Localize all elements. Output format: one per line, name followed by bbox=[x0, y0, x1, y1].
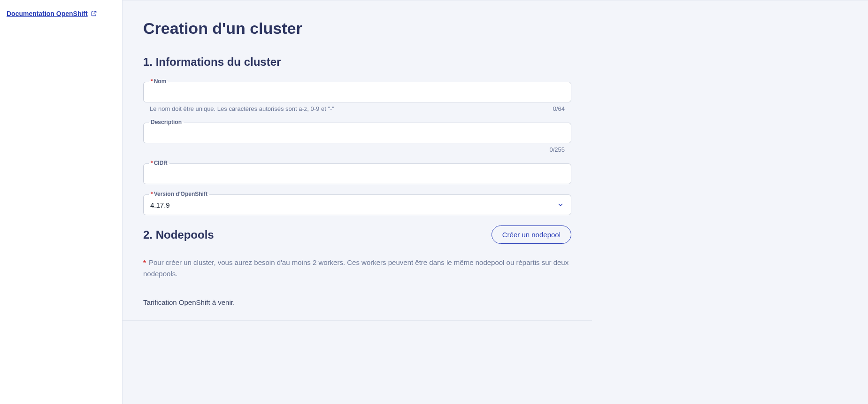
cidr-input[interactable] bbox=[143, 163, 571, 184]
field-description: Description 0/255 bbox=[143, 123, 571, 153]
name-hint: Le nom doit être unique. Les caractères … bbox=[150, 105, 553, 112]
field-version: *Version d'OpenShift 4.17.9 bbox=[143, 194, 571, 215]
doc-link-label: Documentation OpenShift bbox=[7, 10, 88, 17]
description-counter: 0/255 bbox=[549, 146, 565, 153]
field-name: *Nom Le nom doit être unique. Les caract… bbox=[143, 82, 571, 112]
section-nodepools-title: 2. Nodepools bbox=[143, 228, 214, 241]
create-nodepool-button[interactable]: Créer un nodepool bbox=[492, 225, 571, 244]
page-title: Creation d'un cluster bbox=[143, 19, 571, 38]
required-indicator: * bbox=[151, 191, 153, 197]
footer-bar bbox=[123, 320, 592, 340]
name-input[interactable] bbox=[143, 82, 571, 102]
section-cluster-info-title: 1. Informations du cluster bbox=[143, 55, 571, 69]
section-nodepools-header: 2. Nodepools Créer un nodepool bbox=[143, 225, 571, 244]
field-cidr-label: *CIDR bbox=[149, 160, 169, 166]
field-cidr: *CIDR bbox=[143, 163, 571, 184]
description-input[interactable] bbox=[143, 123, 571, 143]
sidebar: Documentation OpenShift bbox=[0, 0, 122, 404]
nodepools-info: * Pour créer un cluster, vous aurez beso… bbox=[143, 257, 571, 280]
doc-openshift-link[interactable]: Documentation OpenShift bbox=[7, 10, 97, 17]
required-indicator: * bbox=[143, 258, 146, 266]
version-value: 4.17.9 bbox=[150, 201, 170, 209]
name-counter: 0/64 bbox=[553, 105, 565, 112]
required-indicator: * bbox=[151, 78, 153, 85]
external-link-icon bbox=[91, 10, 97, 17]
field-description-label: Description bbox=[149, 119, 184, 125]
main-content: Creation d'un cluster 1. Informations du… bbox=[122, 0, 868, 404]
chevron-down-icon bbox=[557, 201, 564, 209]
required-indicator: * bbox=[151, 160, 153, 166]
version-select[interactable]: 4.17.9 bbox=[143, 194, 571, 215]
field-name-label: *Nom bbox=[149, 78, 168, 85]
field-version-label: *Version d'OpenShift bbox=[149, 191, 209, 197]
pricing-info: Tarification OpenShift à venir. bbox=[143, 298, 571, 306]
